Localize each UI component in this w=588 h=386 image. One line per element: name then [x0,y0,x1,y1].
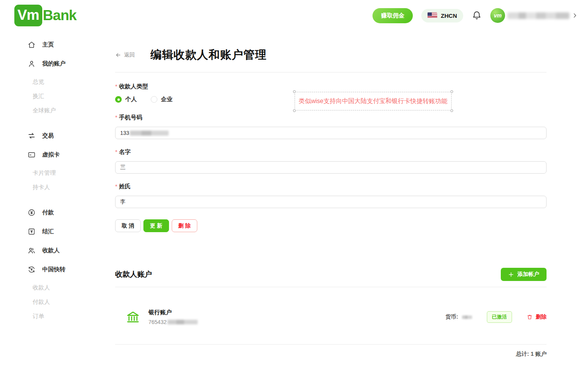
main-content: 返回 编辑收款人和账户管理 类似wise支持向中国大陆支付宝和银行卡快捷转账功能… [115,31,588,358]
form-actions: 取 消 更 新 删 除 [115,219,547,232]
currency-value-redacted [462,315,472,319]
us-flag-icon [428,12,437,19]
page-body: 主页 我的账户 总览 换汇 全球账户 交易 虚拟卡 卡片管理 持卡人 [0,31,588,358]
back-arrow-icon [115,52,121,58]
user-name-redacted [507,12,569,19]
accounts-total: 总计: 1 账户 [115,350,547,358]
annotation-handle[interactable] [293,109,296,112]
radio-personal-label: 个人 [125,96,137,103]
bottom-divider [115,344,547,345]
sidebar-subitem-cft-payers[interactable]: 付款人 [28,297,115,307]
back-label: 返回 [124,52,135,59]
notification-bell-icon[interactable] [472,10,482,21]
delete-account-label: 删除 [536,314,547,321]
sidebar-item-transactions[interactable]: 交易 [28,130,115,141]
sidebar-item-label: 交易 [42,132,54,140]
sidebar-item-label: 结汇 [42,228,54,235]
delete-button[interactable]: 删 除 [172,219,197,232]
first-name-input[interactable] [115,161,547,174]
phone-input[interactable]: 133 [115,127,547,139]
phone-value-redacted [130,131,169,136]
title-divider [115,72,547,72]
sidebar-subitem-exchange[interactable]: 换汇 [28,91,115,101]
sidebar-item-my-account[interactable]: 我的账户 [28,58,115,69]
sidebar-item-payments[interactable]: 付款 [28,207,115,218]
account-number-visible: 765432 [148,319,167,325]
sidebar-subitem-global-accounts[interactable]: 全球账户 [28,105,115,115]
currency-label: 货币: [445,314,458,321]
user-menu[interactable]: vm [490,8,578,23]
recipient-type-label: 收款人类型 [115,83,547,90]
sidebar-item-label: 主页 [42,41,54,48]
currency-group: 货币: [445,314,472,321]
credit-card-icon [28,151,36,159]
sidebar-subitem-cft-orders[interactable]: 订单 [28,311,115,321]
account-number: 765432 [148,319,198,325]
sidebar-item-label: 付款 [42,209,54,216]
account-info: 银行账户 765432 [126,309,198,325]
sidebar-item-virtual-cards[interactable]: 虚拟卡 [28,149,115,160]
logo-mark: Vm [14,5,42,26]
trash-icon [527,314,533,320]
chevron-right-icon [572,12,578,19]
language-selector[interactable]: ZHCN [421,9,463,22]
top-header: Vm Bank 赚取佣金 ZHCN vm [0,0,588,31]
last-name-input[interactable] [115,196,547,208]
annotation-text: 类似wise支持向中国大陆支付宝和银行卡快捷转账功能 [298,97,447,105]
status-badge: 已激活 [487,311,512,323]
logo-name: Bank [43,7,76,24]
accounts-header: 收款人账户 添加帐户 [115,268,547,281]
nav-spacer [28,120,115,130]
radio-business-label: 企业 [161,96,172,103]
bank-icon [126,310,140,324]
title-row: 返回 编辑收款人和账户管理 [115,47,547,63]
sidebar-subitem-overview[interactable]: 总览 [28,77,115,87]
yuan-circle-icon [28,209,36,217]
sidebar-item-label: 收款人 [42,247,60,254]
sidebar-item-china-fast-transfer[interactable]: 中国快转 [28,264,115,275]
first-name-label: 名字 [115,148,547,156]
update-button[interactable]: 更 新 [143,219,169,232]
account-row: 银行账户 765432 货币: 已激活 删除 [115,309,547,325]
annotation-handle[interactable] [450,109,453,112]
brand-logo[interactable]: Vm Bank [14,5,76,26]
back-button[interactable]: 返回 [115,52,135,59]
radio-personal[interactable]: 个人 [115,96,137,103]
plus-icon [508,272,514,277]
sidebar-item-label: 虚拟卡 [42,151,60,159]
yuan-transfer-icon [28,265,36,274]
page-title: 编辑收款人和账户管理 [150,47,267,63]
sidebar-item-recipients[interactable]: 收款人 [28,245,115,256]
add-account-label: 添加帐户 [517,271,539,278]
earn-commission-button[interactable]: 赚取佣金 [372,8,413,23]
sidebar-subitem-card-management[interactable]: 卡片管理 [28,168,115,178]
phone-value-visible: 133 [120,130,129,136]
radio-business[interactable]: 企业 [151,96,172,103]
add-account-button[interactable]: 添加帐户 [501,268,547,281]
home-icon [28,41,36,49]
nav-spacer [28,196,115,207]
cancel-button[interactable]: 取 消 [115,219,141,232]
app-window: Vm Bank 赚取佣金 ZHCN vm [0,0,588,386]
sidebar-subitem-cft-recipients[interactable]: 收款人 [28,283,115,293]
annotation-handle[interactable] [450,90,453,93]
sidebar-subitem-cardholders[interactable]: 持卡人 [28,182,115,192]
annotation-handle[interactable] [293,90,296,93]
delete-account-button[interactable]: 删除 [527,314,547,321]
account-type: 银行账户 [148,309,198,316]
accounts-divider [115,287,547,287]
account-text: 银行账户 765432 [148,309,198,325]
radio-unselected-icon [151,96,157,103]
accounts-title: 收款人账户 [115,269,152,279]
sidebar-item-home[interactable]: 主页 [28,39,115,50]
swap-arrows-icon [28,132,36,140]
radio-selected-icon [115,96,122,103]
user-avatar: vm [490,8,505,23]
header-actions: 赚取佣金 ZHCN vm [372,8,578,23]
yuan-square-icon [28,227,36,236]
people-icon [28,246,36,255]
last-name-label: 姓氏 [115,183,547,190]
account-meta: 货币: 已激活 删除 [445,311,547,323]
account-number-redacted [167,320,198,324]
sidebar-item-settlement[interactable]: 结汇 [28,226,115,237]
